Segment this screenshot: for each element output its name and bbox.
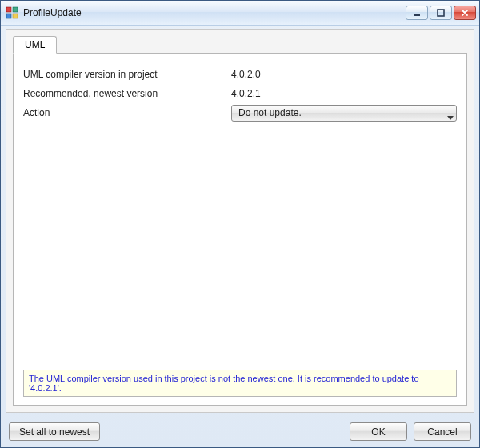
set-all-label: Set all to newest [19, 426, 90, 438]
tab-uml[interactable]: UML [13, 36, 57, 54]
current-version-value: 4.0.2.0 [231, 69, 261, 80]
tab-label: UML [25, 39, 45, 50]
cancel-button[interactable]: Cancel [414, 422, 471, 441]
client-area: UML UML compiler version in project 4.0.… [6, 29, 474, 413]
minimize-button[interactable] [406, 6, 428, 20]
maximize-button[interactable] [430, 6, 452, 20]
current-version-label: UML compiler version in project [23, 69, 231, 80]
bottom-button-bar: Set all to newest OK Cancel [1, 418, 479, 447]
svg-rect-0 [6, 7, 11, 12]
svg-rect-4 [414, 14, 420, 16]
titlebar[interactable]: ProfileUpdate [1, 1, 479, 26]
set-all-to-newest-button[interactable]: Set all to newest [9, 422, 100, 441]
row-action: Action Do not update. [23, 103, 457, 122]
window-button-group [406, 6, 476, 20]
profile-update-window: ProfileUpdate UML [0, 0, 480, 448]
chevron-down-icon [447, 111, 453, 114]
action-dropdown-value: Do not update. [238, 107, 302, 118]
newest-version-value: 4.0.2.1 [231, 88, 261, 99]
ok-button[interactable]: OK [350, 422, 407, 441]
window-title: ProfileUpdate [23, 7, 406, 18]
svg-rect-5 [438, 10, 444, 16]
row-newest-version: Recommended, newest version 4.0.2.1 [23, 84, 457, 103]
info-message-box: The UML compiler version used in this pr… [23, 370, 457, 397]
newest-version-label: Recommended, newest version [23, 88, 231, 99]
tabstrip: UML [13, 36, 467, 54]
cancel-label: Cancel [427, 426, 457, 438]
svg-rect-2 [6, 14, 11, 18]
action-label: Action [23, 107, 231, 118]
svg-rect-3 [13, 14, 18, 18]
close-icon [461, 9, 469, 17]
minimize-icon [413, 9, 421, 17]
ok-label: OK [371, 426, 385, 438]
info-message-text: The UML compiler version used in this pr… [29, 374, 451, 393]
maximize-icon [437, 9, 445, 17]
content-spacer [23, 122, 457, 370]
svg-rect-1 [13, 7, 18, 12]
close-button[interactable] [454, 6, 476, 20]
action-dropdown[interactable]: Do not update. [231, 105, 457, 122]
tab-page-uml: UML compiler version in project 4.0.2.0 … [13, 53, 467, 406]
app-icon [6, 6, 18, 19]
row-current-version: UML compiler version in project 4.0.2.0 [23, 65, 457, 84]
